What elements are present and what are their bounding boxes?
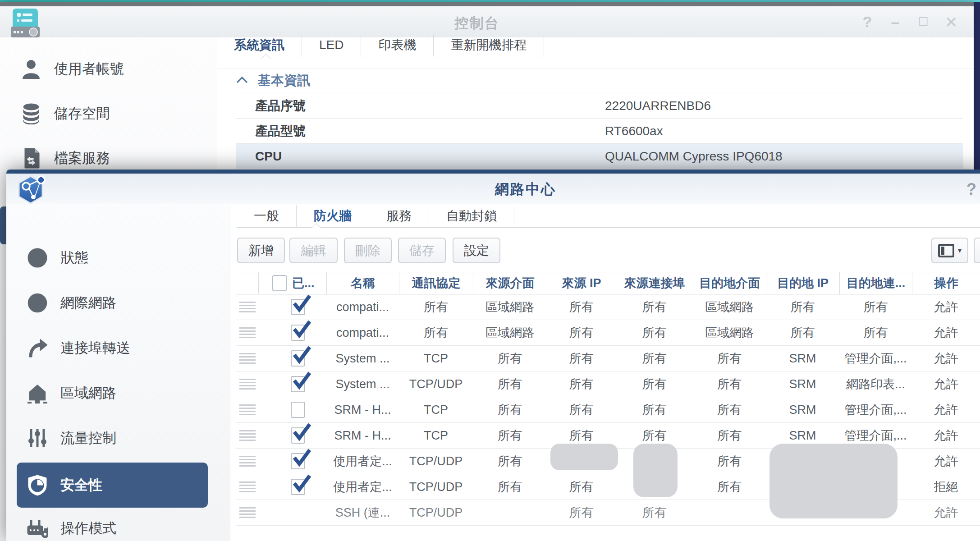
firewall-rule-row[interactable]: System ... TCP/UDP 所有 所有 所有 所有 SRM 網路印表.… — [236, 371, 980, 397]
cell-dest-interface: 所有 — [693, 371, 766, 397]
control-panel-titlebar[interactable]: 控制台 ? – ☐ ✕ — [0, 6, 974, 37]
rule-enabled-checkbox[interactable] — [258, 449, 326, 474]
extra-toolbar-button-clipped[interactable] — [974, 238, 980, 263]
tab-underline — [217, 58, 963, 58]
column-header[interactable]: 目的地 IP — [766, 272, 839, 294]
header-checkbox[interactable] — [272, 275, 287, 291]
sidebar-item[interactable]: 網際網路 — [6, 281, 230, 325]
sidebar-item[interactable]: 安全性 — [17, 463, 208, 508]
column-header[interactable]: 通訊協定 — [399, 272, 473, 294]
cell-source-ip: 所有 — [547, 320, 616, 345]
user-icon — [20, 58, 42, 80]
network-center-titlebar[interactable]: 網路中心 ? — [6, 174, 980, 204]
column-header[interactable]: 目的地介面 — [693, 272, 766, 294]
cell-name: 使用者定... — [326, 449, 399, 474]
operation-mode-icon — [26, 517, 49, 540]
rule-enabled-checkbox[interactable] — [258, 346, 326, 371]
column-header[interactable]: 來源介面 — [473, 272, 547, 294]
drag-handle[interactable] — [236, 397, 258, 422]
column-header[interactable]: 來源連接埠 — [616, 272, 693, 294]
drag-column-header — [236, 272, 258, 294]
rule-enabled-checkbox[interactable] — [258, 423, 326, 448]
rule-enabled-checkbox[interactable] — [258, 320, 326, 345]
toolbar-button[interactable]: 刪除 — [344, 238, 392, 263]
checkmark-icon — [292, 371, 312, 390]
sidebar-item[interactable]: 使用者帳號 — [0, 47, 217, 91]
sidebar-item[interactable]: 狀態 — [6, 236, 230, 280]
rule-enabled-checkbox[interactable] — [258, 500, 326, 525]
rule-enabled-checkbox[interactable] — [258, 474, 326, 500]
minimize-button[interactable]: – — [881, 13, 909, 31]
drag-handle[interactable] — [236, 500, 258, 525]
enabled-column-header[interactable]: 已... — [258, 272, 326, 294]
checkmark-icon — [292, 449, 312, 468]
desktop-wallpaper-right — [974, 2, 980, 170]
cell-dest-interface: 所有 — [693, 474, 766, 500]
tab[interactable]: LED — [302, 34, 361, 56]
tab[interactable]: 服務 — [369, 205, 429, 227]
firewall-rule-row[interactable]: compati... 所有 區域網路 所有 所有 區域網路 所有 所有 允許 — [236, 294, 980, 320]
help-button[interactable]: ? — [853, 13, 881, 31]
info-row[interactable]: 產品型號 RT6600ax — [236, 118, 963, 143]
window-title: 控制台 — [455, 14, 499, 33]
column-header[interactable]: 名稱 — [326, 272, 399, 294]
section-basic-info[interactable]: 基本資訊 — [236, 69, 310, 93]
drag-handle[interactable] — [236, 320, 258, 345]
info-label: 產品序號 — [255, 97, 306, 115]
firewall-rule-row[interactable]: SRM - H... TCP 所有 所有 所有 所有 SRM 管理介面,... … — [236, 397, 980, 423]
column-layout-icon — [938, 244, 954, 257]
port-forward-icon — [26, 337, 49, 359]
sidebar-item[interactable]: 區域網路 — [6, 371, 230, 415]
firewall-rule-row[interactable]: compati... 所有 區域網路 所有 所有 區域網路 所有 所有 允許 — [236, 320, 980, 346]
cell-source-port: 所有 — [616, 320, 693, 345]
info-row[interactable]: CPU QUALCOMM Cypress IPQ6018 — [236, 143, 963, 169]
tab[interactable]: 一般 — [237, 205, 297, 227]
help-button[interactable]: ? — [960, 180, 980, 199]
cell-dest-ip: 所有 — [766, 320, 839, 345]
drag-handle[interactable] — [236, 346, 258, 371]
column-header[interactable]: 操作 — [912, 272, 980, 294]
info-label: CPU — [255, 149, 282, 164]
tab[interactable]: 防火牆 — [297, 205, 369, 227]
column-header[interactable]: 目的地連... — [839, 272, 912, 294]
tab[interactable]: 重新開機排程 — [434, 34, 544, 56]
rule-enabled-checkbox[interactable] — [258, 294, 326, 320]
checkmark-icon — [292, 346, 312, 365]
drag-handle[interactable] — [236, 371, 258, 397]
cell-protocol: TCP — [399, 346, 473, 371]
tab[interactable]: 系統資訊 — [217, 34, 302, 56]
toolbar-button[interactable]: 儲存 — [398, 238, 446, 263]
checkmark-icon — [292, 474, 312, 493]
sidebar-item[interactable]: 儲存空間 — [0, 92, 217, 135]
column-header[interactable]: 來源 IP — [547, 272, 616, 294]
toolbar-button[interactable]: 設定 — [453, 238, 500, 263]
sidebar-item[interactable]: 操作模式 — [6, 507, 230, 541]
checkmark-icon — [292, 423, 312, 442]
sidebar-item[interactable]: 流量控制 — [6, 417, 230, 460]
toolbar-button[interactable]: 新增 — [237, 238, 285, 263]
rule-enabled-checkbox[interactable] — [258, 397, 326, 422]
cell-dest-port: 所有 — [839, 294, 912, 320]
maximize-button[interactable]: ☐ — [909, 15, 937, 29]
firewall-rule-row[interactable]: System ... TCP 所有 所有 所有 所有 SRM 管理介面,... … — [236, 346, 980, 371]
tab[interactable]: 自動封鎖 — [429, 205, 514, 227]
rule-enabled-checkbox[interactable] — [258, 371, 326, 397]
info-row[interactable]: 產品序號 2220UARRENBD6 — [236, 93, 963, 118]
close-button[interactable]: ✕ — [937, 13, 965, 31]
column-view-button[interactable]: ▾ — [931, 238, 968, 263]
cell-action: 允許 — [912, 371, 980, 397]
network-center-window: 網路中心 ? 狀態 網際網路 連接埠轉送 區域網路 — [6, 170, 980, 541]
drag-handle[interactable] — [236, 449, 258, 474]
drag-handle[interactable] — [236, 474, 258, 500]
sidebar-item[interactable]: 連接埠轉送 — [6, 326, 230, 370]
tab[interactable]: 印表機 — [361, 34, 434, 56]
cell-source-interface: 區域網路 — [473, 294, 547, 320]
toolbar-button[interactable]: 編輯 — [289, 238, 338, 263]
drag-handle[interactable] — [236, 294, 258, 320]
sidebar-item-label: 操作模式 — [60, 519, 116, 538]
cell-source-interface: 區域網路 — [473, 320, 547, 345]
drag-handle[interactable] — [236, 423, 258, 448]
cell-dest-interface — [693, 500, 766, 525]
system-info-list: 產品序號 2220UARRENBD6 產品型號 RT6600ax CPU QUA… — [236, 93, 963, 169]
file-services-icon — [20, 147, 42, 170]
